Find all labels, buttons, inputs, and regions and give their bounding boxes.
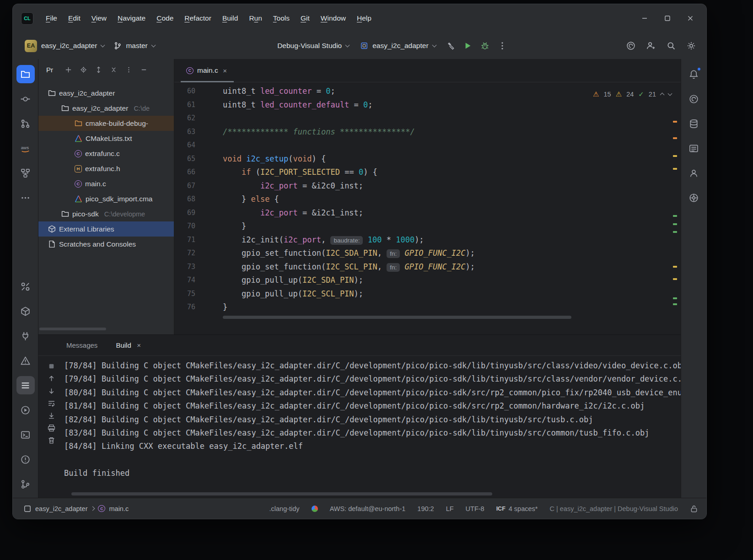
status-breadcrumb[interactable]: easy_i2c_adapter C main.c xyxy=(23,505,129,513)
tab-close-icon[interactable]: × xyxy=(222,67,228,75)
structure-tool-button[interactable] xyxy=(16,164,35,182)
close-button[interactable] xyxy=(683,11,698,25)
build-tool-button[interactable] xyxy=(16,302,35,320)
inspection-widget[interactable]: ⚠ 15 ⚠ 24 ✓ 21 xyxy=(590,89,674,99)
breadcrumb-file[interactable]: main.c xyxy=(109,505,129,512)
more-tool-windows-button[interactable] xyxy=(16,188,35,207)
clang-tidy-widget[interactable]: .clang-tidy xyxy=(269,505,300,512)
line-number[interactable]: 72 xyxy=(174,247,206,260)
next-message-icon[interactable] xyxy=(48,387,55,395)
line-number[interactable]: 60 xyxy=(174,85,206,98)
code-with-me-button[interactable] xyxy=(685,164,703,182)
menu-edit[interactable]: Edit xyxy=(63,11,86,25)
menu-refactor[interactable]: Refactor xyxy=(179,11,216,25)
panel-options-icon[interactable] xyxy=(123,64,134,75)
editor-tab-main-c[interactable]: C main.c × xyxy=(181,59,234,82)
code-lines[interactable]: uint8_t led_counter = 0;uint8_t led_coun… xyxy=(206,85,681,334)
project-tool-button[interactable] xyxy=(16,65,35,83)
line-number[interactable]: 65 xyxy=(174,152,206,166)
aws-toolkit-button[interactable]: aws xyxy=(16,139,35,157)
aws-status-widget[interactable]: AWS: default@eu-north-1 xyxy=(330,505,406,512)
line-number[interactable]: 71 xyxy=(174,233,206,247)
clangd-status-icon[interactable] xyxy=(312,506,318,512)
project-widget[interactable]: EA easy_i2c_adapter xyxy=(20,37,109,55)
expand-all-icon[interactable] xyxy=(92,64,104,75)
dependencies-tool-button[interactable] xyxy=(685,188,703,207)
previous-issue-button[interactable] xyxy=(660,93,665,97)
tree-item-extrafunc-c[interactable]: Cextrafunc.c xyxy=(38,146,174,161)
messages-tool-button[interactable] xyxy=(16,376,35,394)
lock-icon[interactable] xyxy=(690,505,698,513)
ai-assistant-button[interactable] xyxy=(685,90,703,108)
previous-message-icon[interactable] xyxy=(48,375,55,382)
breadcrumb-project[interactable]: easy_i2c_adapter xyxy=(35,505,87,512)
problems-tool-button[interactable] xyxy=(16,351,35,370)
line-number[interactable]: 63 xyxy=(174,125,206,139)
terminal-tool-button[interactable] xyxy=(16,425,35,444)
menu-view[interactable]: View xyxy=(86,11,112,25)
database-tool-button[interactable] xyxy=(685,114,703,133)
line-number[interactable]: 61 xyxy=(174,98,206,112)
soft-wrap-icon[interactable] xyxy=(48,399,55,407)
run-config-selector[interactable]: Debug-Visual Studio xyxy=(273,39,354,53)
build-tab[interactable]: Build × xyxy=(116,341,142,349)
tree-item-root[interactable]: easy_i2c_adapter xyxy=(38,86,174,101)
inspections-tool-button[interactable] xyxy=(16,450,35,468)
vcs-branch-widget[interactable]: master xyxy=(109,39,159,53)
maximize-button[interactable] xyxy=(660,11,675,25)
line-ending-widget[interactable]: LF xyxy=(446,505,454,512)
menu-code[interactable]: Code xyxy=(151,11,178,25)
target-selector[interactable]: easy_i2c_adapter xyxy=(355,39,440,53)
menu-build[interactable]: Build xyxy=(217,11,243,25)
documentation-tool-button[interactable] xyxy=(685,139,703,157)
console-hscrollbar[interactable] xyxy=(71,492,492,495)
caret-position-widget[interactable]: 190:2 xyxy=(417,505,434,512)
more-actions-button[interactable] xyxy=(495,38,510,54)
messages-title[interactable]: Messages xyxy=(66,341,97,349)
print-icon[interactable] xyxy=(48,424,55,432)
indent-widget[interactable]: ICF 4 spaces* xyxy=(496,505,538,512)
debug-button[interactable] xyxy=(477,38,493,54)
minimize-button[interactable] xyxy=(637,11,652,25)
project-tree-hscrollbar[interactable] xyxy=(39,328,106,330)
editor-hscrollbar[interactable] xyxy=(223,316,571,319)
tree-item-extrafunc-h[interactable]: Hextrafunc.h xyxy=(38,161,174,176)
tools-button[interactable] xyxy=(16,277,35,296)
tree-item-scratches[interactable]: Scratches and Consoles xyxy=(38,237,174,252)
line-number[interactable]: 70 xyxy=(174,220,206,233)
line-number[interactable]: 68 xyxy=(174,193,206,206)
tree-item-pico-sdk-import[interactable]: pico_sdk_import.cma xyxy=(38,191,174,206)
tree-item-project-dir[interactable]: easy_i2c_adapterC:\de xyxy=(38,101,174,116)
services-tool-button[interactable] xyxy=(16,327,35,345)
line-number[interactable]: 67 xyxy=(174,179,206,193)
tree-item-cmake-build-debug[interactable]: cmake-build-debug- xyxy=(38,116,174,131)
hide-panel-icon[interactable] xyxy=(138,64,150,75)
line-number[interactable]: 76 xyxy=(174,301,206,314)
tree-item-pico-sdk[interactable]: pico-sdkC:\developme xyxy=(38,206,174,221)
line-number[interactable]: 64 xyxy=(174,139,206,152)
notifications-button[interactable] xyxy=(685,65,703,83)
menu-help[interactable]: Help xyxy=(352,11,376,25)
menu-window[interactable]: Window xyxy=(316,11,351,25)
stop-icon[interactable] xyxy=(48,362,55,370)
code-with-me-button[interactable] xyxy=(643,38,659,54)
tree-item-external-libraries[interactable]: External Libraries xyxy=(38,221,174,237)
scroll-to-end-icon[interactable] xyxy=(48,412,55,420)
line-number[interactable]: 66 xyxy=(174,166,206,179)
locate-file-icon[interactable] xyxy=(77,64,89,75)
build-hammer-button[interactable] xyxy=(442,38,458,54)
clear-all-icon[interactable] xyxy=(48,436,55,444)
pull-requests-tool-button[interactable] xyxy=(16,114,35,133)
commit-tool-button[interactable] xyxy=(16,90,35,108)
add-icon[interactable] xyxy=(62,64,74,75)
tree-item-main-c[interactable]: Cmain.c xyxy=(38,176,174,191)
search-everywhere-button[interactable] xyxy=(663,38,679,54)
menu-run[interactable]: Run xyxy=(244,11,267,25)
menu-git[interactable]: Git xyxy=(296,11,315,25)
tree-item-cmakelists[interactable]: CMakeLists.txt xyxy=(38,131,174,146)
git-tool-button[interactable] xyxy=(16,475,35,493)
encoding-widget[interactable]: UTF-8 xyxy=(466,505,484,512)
next-issue-button[interactable] xyxy=(668,91,672,96)
cmake-profile-widget[interactable]: C | easy_i2c_adapter | Debug-Visual Stud… xyxy=(549,505,678,512)
menu-tools[interactable]: Tools xyxy=(268,11,295,25)
